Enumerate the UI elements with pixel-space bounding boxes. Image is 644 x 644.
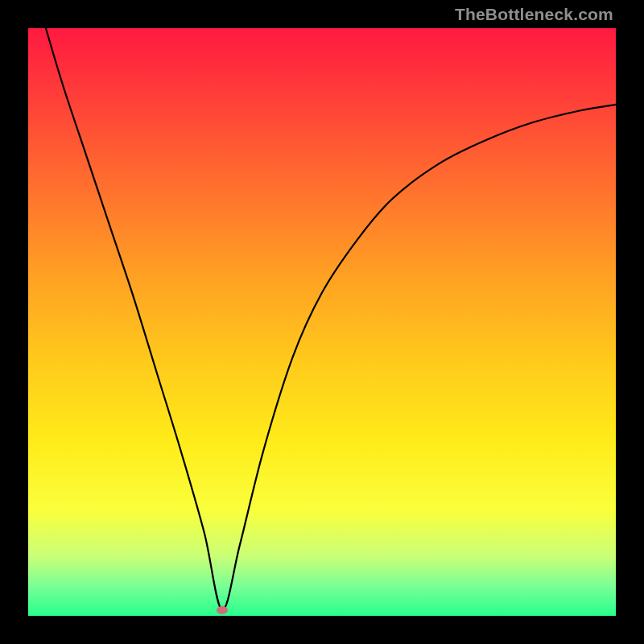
- watermark-label: TheBottleneck.com: [455, 5, 613, 24]
- bottleneck-curve: [28, 28, 616, 616]
- minimum-marker: [217, 606, 228, 614]
- chart-frame: TheBottleneck.com: [0, 0, 644, 644]
- plot-area: [28, 28, 616, 616]
- curve-path: [46, 28, 616, 610]
